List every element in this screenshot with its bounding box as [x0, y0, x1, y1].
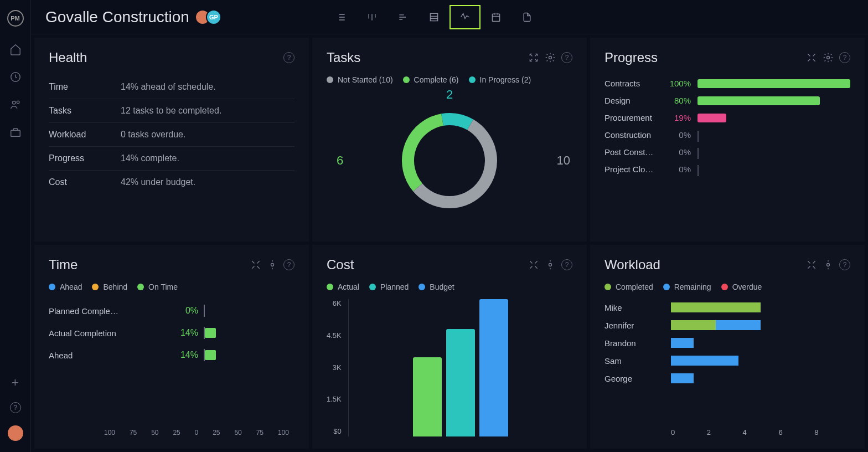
axis-label: 4.5K [327, 331, 342, 340]
gear-icon[interactable] [545, 52, 556, 63]
help-icon[interactable]: ? [10, 402, 21, 413]
axis-label: 6K [333, 299, 342, 307]
gear-icon[interactable] [823, 52, 834, 63]
time-percent: 0% [170, 306, 198, 316]
time-row: Actual Completion 14% [49, 327, 294, 339]
sheet-view-tab[interactable] [418, 5, 450, 29]
health-label: Time [49, 82, 121, 92]
expand-icon[interactable] [528, 259, 539, 270]
donut-label-inprogress: 2 [446, 88, 453, 102]
legend-item[interactable]: Actual [327, 282, 359, 291]
health-row: Cost42% under budget. [49, 171, 294, 194]
panel-title: Progress [604, 50, 658, 65]
topbar: Govalle Construction GP [31, 0, 868, 34]
donut-label-notstarted: 10 [557, 153, 570, 168]
legend-item[interactable]: Overdue [721, 282, 762, 291]
svg-point-10 [827, 264, 830, 266]
progress-name: Construction [604, 130, 660, 140]
help-icon[interactable]: ? [283, 52, 294, 63]
legend-item[interactable]: In Progress (2) [469, 75, 531, 84]
legend-item[interactable]: Planned [369, 282, 409, 291]
help-icon[interactable]: ? [839, 259, 850, 270]
clock-icon[interactable] [9, 71, 22, 83]
team-icon[interactable] [9, 99, 22, 111]
time-label: Planned Comple… [49, 306, 170, 316]
legend-item[interactable]: Ahead [49, 282, 82, 291]
files-view-tab[interactable] [512, 5, 542, 29]
health-value: 12 tasks to be completed. [121, 106, 221, 116]
workload-row: Sam [604, 356, 850, 366]
expand-icon[interactable] [528, 52, 539, 63]
axis-label: 0 [671, 428, 707, 436]
app-logo[interactable]: PM [7, 10, 24, 27]
cost-bar [479, 299, 508, 436]
axis-label: 4 [743, 428, 779, 436]
axis-label: 25 [213, 429, 220, 436]
legend-item[interactable]: Completed [604, 282, 653, 291]
health-value: 0 tasks overdue. [121, 130, 185, 140]
progress-percent: 0% [666, 130, 691, 140]
gantt-view-tab[interactable] [388, 5, 418, 29]
add-icon[interactable]: + [12, 376, 19, 390]
expand-icon[interactable] [250, 259, 261, 270]
home-icon[interactable] [9, 43, 22, 55]
workload-name: George [604, 374, 671, 383]
help-icon[interactable]: ? [561, 52, 572, 63]
health-label: Progress [49, 153, 121, 163]
progress-row: Procurement 19% [604, 113, 850, 122]
svg-rect-5 [492, 14, 499, 21]
health-row: Tasks12 tasks to be completed. [49, 99, 294, 123]
briefcase-icon[interactable] [9, 126, 22, 138]
progress-percent: 0% [666, 165, 691, 174]
progress-name: Post Const… [604, 147, 660, 157]
axis-label: 25 [173, 429, 180, 436]
gear-icon[interactable] [823, 259, 834, 270]
legend-item[interactable]: Budget [418, 282, 454, 291]
legend-item[interactable]: Behind [92, 282, 127, 291]
calendar-view-tab[interactable] [480, 5, 512, 29]
cost-bar [413, 357, 442, 436]
legend-item[interactable]: On Time [137, 282, 178, 291]
legend-item[interactable]: Not Started (10) [327, 75, 393, 84]
axis-label: 50 [151, 429, 158, 436]
progress-name: Procurement [604, 113, 660, 122]
workload-panel: Workload ? CompletedRemainingOverdue Mik… [590, 245, 865, 449]
health-value: 14% ahead of schedule. [121, 82, 216, 92]
time-panel: Time ? AheadBehindOn Time Planned Comple… [34, 245, 309, 449]
legend-item[interactable]: Complete (6) [403, 75, 459, 84]
axis-label: 2 [707, 428, 743, 436]
workload-name: Brandon [604, 338, 671, 348]
axis-label: 6 [778, 428, 814, 436]
progress-percent: 80% [666, 96, 691, 105]
avatar[interactable]: GP [206, 9, 221, 25]
progress-name: Design [604, 96, 660, 105]
help-icon[interactable]: ? [561, 259, 572, 270]
time-label: Actual Completion [49, 328, 170, 338]
gear-icon[interactable] [267, 259, 278, 270]
workload-name: Mike [604, 303, 671, 312]
axis-label: 75 [256, 429, 264, 436]
svg-point-7 [827, 56, 830, 59]
panel-title: Workload [604, 257, 660, 273]
health-label: Cost [49, 177, 121, 187]
dashboard-view-tab[interactable] [450, 5, 480, 29]
panel-title: Cost [327, 257, 354, 273]
help-icon[interactable]: ? [283, 259, 294, 270]
legend-item[interactable]: Remaining [663, 282, 711, 291]
time-percent: 14% [170, 328, 198, 338]
workload-row: Brandon [604, 338, 850, 348]
progress-percent: 100% [666, 79, 691, 88]
gear-icon[interactable] [545, 259, 556, 270]
list-view-tab[interactable] [326, 5, 356, 29]
board-view-tab[interactable] [356, 5, 388, 29]
user-avatar[interactable] [8, 425, 23, 441]
expand-icon[interactable] [806, 52, 817, 63]
panel-title: Health [49, 50, 87, 65]
progress-name: Project Clo… [604, 165, 660, 174]
help-icon[interactable]: ? [839, 52, 850, 63]
progress-row: Contracts 100% [604, 79, 850, 88]
cost-panel: Cost ? ActualPlannedBudget 6K4.5K3K1.5K$… [312, 245, 587, 449]
time-row: Ahead 14% [49, 349, 294, 361]
expand-icon[interactable] [806, 259, 817, 270]
project-members[interactable]: GP [199, 9, 221, 25]
